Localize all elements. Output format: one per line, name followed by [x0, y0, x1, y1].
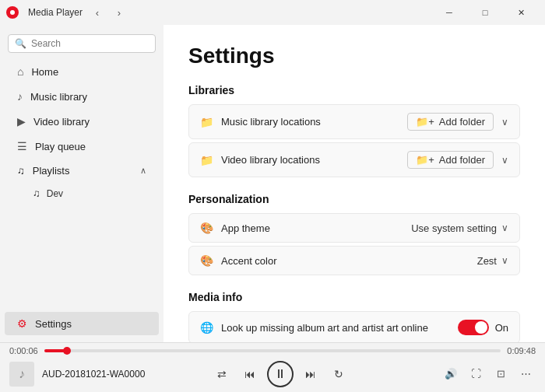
- close-button[interactable]: ✕: [503, 0, 539, 25]
- play-pause-button[interactable]: ⏸: [267, 361, 294, 387]
- add-folder-icon-1: 📁+: [416, 116, 434, 128]
- forward-button[interactable]: ›: [109, 2, 129, 23]
- accent-icon: 🎨: [200, 254, 213, 267]
- sidebar-item-play-queue[interactable]: ☰ Play queue: [5, 135, 159, 158]
- nav-section: ⌂ Home ♪ Music library ▶ Video library ☰…: [0, 59, 164, 204]
- search-input[interactable]: [31, 38, 149, 49]
- folder-icon-1: 📁: [200, 116, 213, 128]
- more-button[interactable]: ⋯: [515, 364, 536, 384]
- folder-icon-2: 📁: [200, 154, 213, 166]
- repeat-button[interactable]: ↻: [328, 363, 350, 385]
- globe-icon: 🌐: [200, 321, 213, 334]
- video-library-label: Video library locations: [221, 154, 399, 166]
- titlebar: Media Player ‹ › ─ □ ✕: [0, 0, 545, 25]
- controls-center: ⇄ ⏮ ⏸ ⏭ ↻: [153, 361, 408, 387]
- settings-icon: ⚙: [17, 317, 27, 330]
- album-art-label: Look up missing album art and artist art…: [221, 322, 450, 334]
- current-time: 0:00:06: [9, 346, 38, 355]
- video-library-row: 📁 Video library locations 📁+ Add folder …: [188, 142, 520, 177]
- libraries-section-title: Libraries: [188, 84, 520, 96]
- album-art-toggle[interactable]: [458, 320, 489, 335]
- shuffle-button[interactable]: ⇄: [211, 363, 233, 385]
- sidebar-item-music-library[interactable]: ♪ Music library: [5, 85, 159, 108]
- sidebar-item-home[interactable]: ⌂ Home: [5, 60, 159, 83]
- music-library-row: 📁 Music library locations 📁+ Add folder …: [188, 104, 520, 139]
- sidebar-item-settings[interactable]: ⚙ Settings: [5, 312, 159, 335]
- personalization-section-title: Personalization: [188, 193, 520, 205]
- player-controls: ♪ AUD-20181021-WA0000 ⇄ ⏮ ⏸ ⏭ ↻ 🔊 ⛶ ⊡ ⋯: [0, 355, 545, 392]
- app-title: Media Player: [28, 7, 83, 18]
- music-icon: ♪: [17, 90, 23, 103]
- content-area: Settings Libraries 📁 Music library locat…: [164, 25, 545, 342]
- sidebar: 🔍 ⌂ Home ♪ Music library ▶ Video library…: [0, 25, 164, 342]
- queue-icon: ☰: [17, 140, 27, 152]
- minimize-button[interactable]: ─: [431, 0, 467, 25]
- progress-row: 0:00:06 0:09:48: [0, 343, 545, 355]
- main-content: 🔍 ⌂ Home ♪ Music library ▶ Video library…: [0, 25, 545, 342]
- playlist-dev-label: Dev: [47, 188, 63, 199]
- app-icon: [6, 6, 19, 19]
- page-title: Settings: [188, 44, 520, 68]
- app-theme-label: App theme: [221, 222, 403, 234]
- player-bar: 0:00:06 0:09:48 ♪ AUD-20181021-WA0000 ⇄ …: [0, 342, 545, 392]
- album-art-row: 🌐 Look up missing album art and artist a…: [188, 311, 520, 342]
- chevron-down-icon-2: ∨: [501, 155, 508, 166]
- add-music-folder-button[interactable]: 📁+ Add folder: [407, 113, 494, 131]
- sidebar-item-dev[interactable]: ♫ Dev: [5, 184, 159, 203]
- toggle-on-label: On: [495, 322, 508, 334]
- music-library-label: Music library locations: [221, 116, 399, 128]
- track-name: AUD-20181021-WA0000: [42, 369, 145, 380]
- chevron-down-icon-1: ∨: [501, 117, 508, 128]
- home-icon: ⌂: [17, 65, 23, 78]
- search-box[interactable]: 🔍: [8, 34, 156, 53]
- progress-thumb: [63, 347, 71, 355]
- controls-right: 🔊 ⛶ ⊡ ⋯: [411, 364, 536, 384]
- accent-color-row: 🎨 Accent color Zest ∨: [188, 246, 520, 275]
- add-video-folder-button[interactable]: 📁+ Add folder: [407, 151, 494, 169]
- track-thumbnail: ♪: [9, 362, 34, 387]
- sidebar-item-music-label: Music library: [30, 91, 87, 103]
- playlist-dev-icon: ♫: [33, 187, 40, 199]
- prev-button[interactable]: ⏮: [239, 363, 261, 385]
- sidebar-item-queue-label: Play queue: [35, 141, 86, 152]
- sidebar-item-home-label: Home: [31, 66, 58, 78]
- nav-buttons: ‹ ›: [87, 2, 129, 23]
- media-info-section: Media info 🌐 Look up missing album art a…: [188, 291, 520, 342]
- settings-label: Settings: [35, 318, 72, 330]
- playlists-icon: ♫: [17, 165, 25, 177]
- sidebar-item-playlists[interactable]: ♫ Playlists ∧: [5, 159, 159, 182]
- theme-icon: 🎨: [200, 222, 213, 234]
- titlebar-left: Media Player: [6, 6, 83, 19]
- accent-chevron-icon: ∨: [501, 255, 508, 266]
- sidebar-bottom: ⚙ Settings: [0, 311, 164, 336]
- progress-bar[interactable]: [44, 349, 501, 352]
- track-info: ♪ AUD-20181021-WA0000: [9, 362, 149, 387]
- media-info-section-title: Media info: [188, 291, 520, 303]
- search-icon: 🔍: [15, 38, 26, 49]
- theme-chevron-icon: ∨: [501, 222, 508, 233]
- cast-button[interactable]: ⊡: [490, 364, 511, 384]
- playlists-label: Playlists: [33, 165, 70, 177]
- track-thumb-icon: ♪: [19, 367, 25, 381]
- theme-value[interactable]: Use system setting ∨: [411, 222, 508, 234]
- next-button[interactable]: ⏭: [300, 363, 322, 385]
- video-icon: ▶: [17, 115, 26, 128]
- album-art-toggle-container: On: [458, 320, 508, 335]
- maximize-button[interactable]: □: [467, 0, 503, 25]
- total-time: 0:09:48: [507, 346, 536, 355]
- volume-button[interactable]: 🔊: [441, 364, 461, 384]
- window-controls: ─ □ ✕: [431, 0, 539, 25]
- accent-value[interactable]: Zest ∨: [477, 255, 508, 267]
- libraries-section: Libraries 📁 Music library locations 📁+ A…: [188, 84, 520, 177]
- chevron-up-icon: ∧: [140, 166, 146, 176]
- accent-color-label: Accent color: [221, 255, 469, 267]
- personalization-section: Personalization 🎨 App theme Use system s…: [188, 193, 520, 275]
- add-folder-icon-2: 📁+: [416, 154, 434, 166]
- back-button[interactable]: ‹: [87, 2, 107, 23]
- expand-button[interactable]: ⛶: [466, 364, 486, 384]
- svg-point-0: [10, 10, 15, 15]
- sidebar-item-video-library[interactable]: ▶ Video library: [5, 110, 159, 133]
- app-theme-row: 🎨 App theme Use system setting ∨: [188, 213, 520, 243]
- sidebar-item-video-label: Video library: [33, 116, 90, 128]
